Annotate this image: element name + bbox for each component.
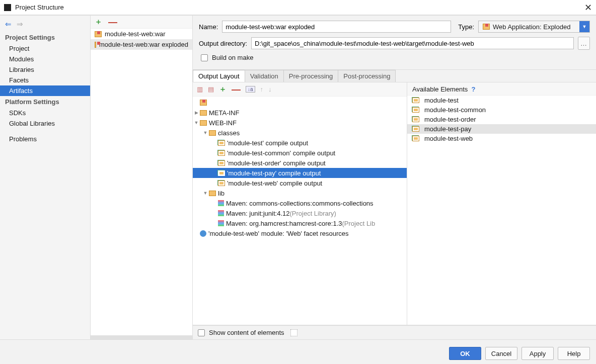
module-icon xyxy=(412,136,419,141)
move-down-icon[interactable]: ↓ xyxy=(268,85,272,93)
toolbar-icon-1[interactable]: ▥ xyxy=(197,85,203,93)
close-icon[interactable]: ✕ xyxy=(584,4,592,11)
tree-lib[interactable]: ▼lib xyxy=(193,188,407,198)
artifact-type-icon xyxy=(483,24,490,30)
library-icon xyxy=(218,200,224,206)
artifact-list-item[interactable]: module-test-web:war xyxy=(91,29,192,39)
folder-icon xyxy=(209,130,216,136)
module-output-icon xyxy=(218,150,225,156)
module-output-icon xyxy=(218,140,225,146)
tree-twistie[interactable]: ▼ xyxy=(202,130,209,135)
sidebar-group-header: Project Settings xyxy=(0,32,90,43)
available-element-item[interactable]: module-test-pay xyxy=(407,124,596,134)
show-content-label: Show content of elements xyxy=(209,329,284,336)
available-element-item[interactable]: module-test-order xyxy=(407,115,596,124)
library-icon xyxy=(218,210,224,216)
tree-twistie[interactable]: ▼ xyxy=(202,191,209,196)
sidebar-item-project[interactable]: Project xyxy=(0,43,90,54)
tree-twistie[interactable]: ▶ xyxy=(193,110,200,115)
build-on-make-label: Build on make xyxy=(212,54,253,61)
web-facet-icon xyxy=(200,230,206,237)
sidebar-item-facets[interactable]: Facets xyxy=(0,75,90,85)
module-icon xyxy=(412,126,419,132)
expand-icon[interactable] xyxy=(290,329,297,336)
output-dir-label: Output directory: xyxy=(199,40,247,47)
dropdown-arrow-icon[interactable]: ▼ xyxy=(579,21,589,32)
available-element-item[interactable]: module-test xyxy=(407,96,596,105)
module-output-icon xyxy=(218,180,225,186)
module-icon xyxy=(412,117,419,122)
tree-compile-output[interactable]: 'module-test-web' compile output xyxy=(193,178,407,188)
tree-library[interactable]: Maven: commons-collections:commons-colle… xyxy=(193,198,407,208)
module-output-icon xyxy=(218,160,225,166)
tree-library[interactable]: Maven: org.hamcrest:hamcrest-core:1.3 (P… xyxy=(193,218,407,228)
available-element-item[interactable]: module-test-common xyxy=(407,105,596,115)
sidebar-item-problems[interactable]: Problems xyxy=(0,134,90,144)
sidebar-item-artifacts[interactable]: Artifacts xyxy=(0,85,90,96)
tree-library[interactable]: Maven: junit:junit:4.12 (Project Library… xyxy=(193,208,407,218)
browse-button[interactable]: … xyxy=(578,37,590,50)
type-label: Type: xyxy=(458,23,474,31)
output-dir-input[interactable] xyxy=(251,37,574,49)
remove-artifact-button[interactable]: — xyxy=(108,20,117,25)
folder-icon xyxy=(209,191,216,196)
type-dropdown[interactable]: Web Application: Exploded ▼ xyxy=(478,21,590,33)
tree-twistie[interactable]: ▼ xyxy=(193,120,200,125)
help-icon[interactable]: ? xyxy=(472,85,476,93)
tree-compile-output[interactable]: 'module-test-common' compile output xyxy=(193,148,407,158)
nav-forward-icon[interactable]: ⇒ xyxy=(17,20,23,29)
sidebar-group-header: Platform Settings xyxy=(0,96,90,108)
titlebar: Project Structure ✕ xyxy=(0,0,596,15)
sidebar-item-sdks[interactable]: SDKs xyxy=(0,108,90,118)
module-icon xyxy=(412,98,419,103)
tree-meta-inf[interactable]: ▶META-INF xyxy=(193,108,407,118)
available-element-item[interactable]: module-test-web xyxy=(407,134,596,143)
artifact-icon xyxy=(95,31,102,37)
tree-classes[interactable]: ▼classes xyxy=(193,128,407,138)
help-button[interactable]: Help xyxy=(558,347,590,360)
show-content-checkbox[interactable] xyxy=(198,329,205,336)
horizontal-scrollbar[interactable] xyxy=(91,335,192,339)
tree-remove-button[interactable]: — xyxy=(232,87,241,92)
tree-compile-output[interactable]: 'module-test-order' compile output xyxy=(193,158,407,168)
folder-icon xyxy=(200,110,207,116)
tree-compile-output[interactable]: 'module-test' compile output xyxy=(193,138,407,148)
move-up-icon[interactable]: ↑ xyxy=(260,85,264,93)
sidebar-item-libraries[interactable]: Libraries xyxy=(0,64,90,75)
tree-web-inf[interactable]: ▼WEB-INF xyxy=(193,118,407,128)
name-label: Name: xyxy=(199,23,218,31)
folder-icon xyxy=(200,120,207,126)
tree-compile-output[interactable]: 'module-test-pay' compile output xyxy=(193,168,407,178)
sidebar-item-global-libraries[interactable]: Global Libraries xyxy=(0,118,90,129)
tab-post-processing[interactable]: Post-processing xyxy=(338,70,396,82)
tab-output-layout[interactable]: Output Layout xyxy=(193,70,245,82)
module-output-icon xyxy=(218,170,225,176)
output-root-icon xyxy=(200,100,207,106)
build-on-make-checkbox[interactable] xyxy=(201,54,208,61)
tree-facet-resources[interactable]: 'module-test-web' module: 'Web' facet re… xyxy=(193,228,407,238)
window-title: Project Structure xyxy=(15,4,584,11)
name-input[interactable] xyxy=(222,21,451,33)
artifact-list-item[interactable]: module-test-web:war exploded xyxy=(91,39,192,50)
nav-back-icon[interactable]: ⇐ xyxy=(5,20,12,29)
artifacts-panel: ＋ — module-test-web:warmodule-test-web:w… xyxy=(91,16,193,339)
cancel-button[interactable]: Cancel xyxy=(485,347,517,360)
library-icon xyxy=(218,220,224,226)
sidebar-item-modules[interactable]: Modules xyxy=(0,54,90,64)
toolbar-icon-2[interactable]: ▤ xyxy=(208,85,214,93)
sidebar: ⇐ ⇒ Project SettingsProjectModulesLibrar… xyxy=(0,16,91,339)
sort-icon[interactable]: ↓a xyxy=(246,86,255,93)
ok-button[interactable]: OK xyxy=(449,347,481,360)
module-icon xyxy=(412,107,419,113)
artifact-icon xyxy=(95,42,96,48)
add-artifact-button[interactable]: ＋ xyxy=(95,17,102,27)
available-elements-header: Available Elements xyxy=(412,85,468,93)
tab-pre-processing[interactable]: Pre-processing xyxy=(283,70,338,82)
tree-add-button[interactable]: ＋ xyxy=(219,84,227,94)
tree-output-root[interactable] xyxy=(193,98,407,108)
tab-validation[interactable]: Validation xyxy=(245,70,284,82)
apply-button[interactable]: Apply xyxy=(522,347,554,360)
app-icon xyxy=(4,4,11,11)
